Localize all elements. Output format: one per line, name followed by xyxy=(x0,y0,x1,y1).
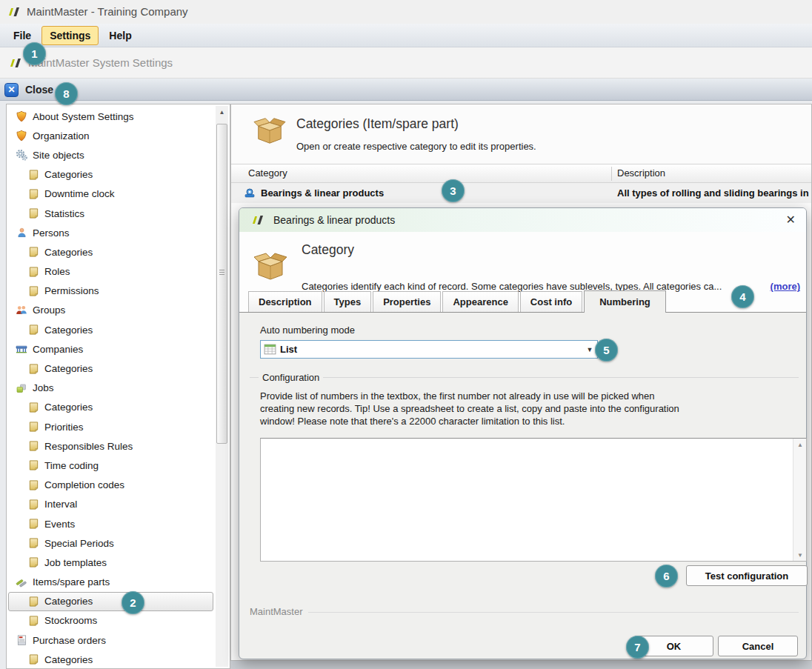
note-icon xyxy=(27,459,40,472)
sidebar-scrollbar[interactable]: ▲ xyxy=(216,106,228,667)
configuration-textarea[interactable] xyxy=(261,439,793,561)
close-icon: ✕ xyxy=(4,83,19,97)
tab-appearence[interactable]: Appearence xyxy=(442,291,518,312)
sidebar-item-responsibles-rules[interactable]: Responsibles Rules xyxy=(8,436,213,456)
sidebar-item-items-spare-parts[interactable]: Items/spare parts xyxy=(8,573,213,592)
auto-numbering-combobox[interactable]: List ▼ xyxy=(260,340,598,359)
note-icon xyxy=(27,537,40,550)
column-header-category[interactable]: Category xyxy=(248,164,287,182)
step-badge-7: 7 xyxy=(626,636,649,659)
configuration-group-label: Configuration xyxy=(259,372,323,383)
scrollbar-up-arrow-icon[interactable]: ▲ xyxy=(793,439,807,450)
sidebar-item-companies[interactable]: Companies xyxy=(8,339,213,359)
dialog-section-description: Categories identify each kind of record.… xyxy=(302,281,773,292)
sidebar-item-categories[interactable]: Categories xyxy=(8,650,213,669)
sidebar-item-events[interactable]: Events xyxy=(8,514,213,533)
sidebar-item-purchase-orders[interactable]: Purchase orders xyxy=(8,630,213,650)
auto-numbering-label: Auto numbering mode xyxy=(260,324,355,336)
sidebar-item-categories[interactable]: Categories xyxy=(8,242,213,262)
dialog-close-icon[interactable]: ✕ xyxy=(786,208,796,232)
test-configuration-button[interactable]: Test configuration xyxy=(686,565,808,586)
dialog-body: Auto numbering mode List ▼ Configuration… xyxy=(239,313,806,659)
sidebar-item-interval[interactable]: Interval xyxy=(8,495,213,514)
more-link[interactable]: (more) xyxy=(771,281,800,292)
maintmaster-logo-icon xyxy=(6,6,22,18)
sidebar-item-label: Organization xyxy=(33,130,90,142)
note-icon xyxy=(27,556,40,569)
row-description: All types of rolling and sliding bearing… xyxy=(617,183,812,203)
company-icon xyxy=(15,343,28,356)
footer-groupbox: MaintMaster xyxy=(250,612,799,613)
sidebar-item-persons[interactable]: Persons xyxy=(8,223,213,242)
tab-numbering[interactable]: Numbering xyxy=(584,290,666,313)
sidebar-item-categories[interactable]: Categories xyxy=(8,320,213,339)
table-row[interactable]: Bearings & linear products All types of … xyxy=(231,183,812,203)
scrollbar-thumb[interactable] xyxy=(216,124,227,444)
note-icon xyxy=(27,362,40,375)
shield-icon xyxy=(15,130,28,142)
sidebar-item-statistics[interactable]: Statistics xyxy=(8,204,213,223)
gears-icon xyxy=(15,149,28,162)
sidebar-item-label: Special Periods xyxy=(44,538,114,549)
shield-icon xyxy=(15,110,28,123)
sidebar-item-label: Persons xyxy=(33,227,70,239)
box-icon xyxy=(253,115,287,149)
note-icon xyxy=(27,421,40,433)
sidebar-item-roles[interactable]: Roles xyxy=(8,262,213,282)
scrollbar-up-arrow-icon[interactable]: ▲ xyxy=(216,106,228,118)
note-icon xyxy=(27,246,40,259)
tab-description[interactable]: Description xyxy=(248,291,322,312)
textarea-scrollbar[interactable]: ▲ ▼ xyxy=(793,439,806,561)
sidebar-item-downtime-clock[interactable]: Downtime clock xyxy=(8,184,213,204)
tab-cost-info[interactable]: Cost info xyxy=(520,291,582,312)
sidebar-item-categories[interactable]: Categories xyxy=(8,359,213,378)
note-icon xyxy=(27,614,40,627)
sidebar-item-special-periods[interactable]: Special Periods xyxy=(8,533,213,553)
sidebar-item-permissions[interactable]: Permissions xyxy=(8,282,213,301)
note-icon xyxy=(27,479,40,491)
close-button[interactable]: ✕ Close xyxy=(4,81,53,99)
sidebar-item-label: Interval xyxy=(44,499,77,510)
sidebar-item-jobs[interactable]: Jobs xyxy=(8,379,213,398)
sidebar-item-label: Events xyxy=(44,519,75,530)
note-icon xyxy=(27,401,40,413)
scrollbar-down-arrow-icon[interactable]: ▼ xyxy=(793,549,807,561)
sidebar-item-categories[interactable]: Categories xyxy=(8,165,213,184)
dialog-section-title: Category xyxy=(302,242,354,258)
screws-icon xyxy=(15,576,28,588)
jobs-icon xyxy=(15,382,28,394)
sidebar-item-label: Categories xyxy=(44,402,93,413)
tab-properties[interactable]: Properties xyxy=(373,291,441,312)
sidebar-item-label: Roles xyxy=(44,266,70,277)
sidebar-item-job-templates[interactable]: Job templates xyxy=(8,553,213,572)
sidebar-item-organization[interactable]: Organization xyxy=(8,126,213,145)
step-badge-1: 1 xyxy=(23,42,46,65)
sidebar-item-label: Downtime clock xyxy=(44,188,115,199)
sidebar-item-about-system-settings[interactable]: About System Settings xyxy=(8,107,213,126)
menu-item-settings[interactable]: Settings xyxy=(41,26,99,45)
sidebar-item-groups[interactable]: Groups xyxy=(8,301,213,320)
column-header-description[interactable]: Description xyxy=(617,164,665,182)
cancel-button[interactable]: Cancel xyxy=(718,636,798,656)
note-icon xyxy=(27,265,40,278)
sidebar-item-completion-codes[interactable]: Completion codes xyxy=(8,476,213,495)
menu-item-help[interactable]: Help xyxy=(102,27,139,44)
sidebar-item-label: Stockrooms xyxy=(44,615,97,626)
app-window: MaintMaster - Training Company File Sett… xyxy=(0,0,812,669)
person-icon xyxy=(15,227,28,239)
note-icon xyxy=(27,653,40,666)
sidebar-item-site-objects[interactable]: Site objects xyxy=(8,145,213,164)
sidebar-item-priorities[interactable]: Priorities xyxy=(8,417,213,436)
sidebar-item-label: Permissions xyxy=(44,285,99,296)
sidebar-item-time-coding[interactable]: Time coding xyxy=(8,456,213,475)
dialog-tabs: DescriptionTypesPropertiesAppearenceCost… xyxy=(248,291,666,313)
menu-item-file[interactable]: File xyxy=(6,27,39,44)
note-icon xyxy=(27,168,40,181)
list-grid-icon xyxy=(264,344,276,355)
menu-bar: File Settings Help xyxy=(0,24,812,47)
sidebar-item-label: Categories xyxy=(44,596,93,607)
sidebar-item-stockrooms[interactable]: Stockrooms xyxy=(8,611,213,630)
sidebar-item-categories[interactable]: Categories xyxy=(8,592,213,611)
tab-types[interactable]: Types xyxy=(324,291,372,312)
sidebar-item-categories[interactable]: Categories xyxy=(8,398,213,417)
